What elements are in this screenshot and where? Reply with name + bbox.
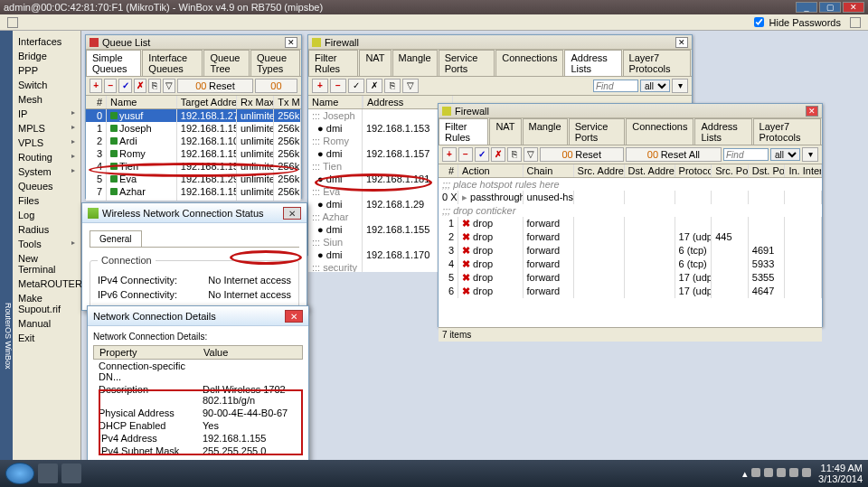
menu-item-make-supout.rif[interactable]: Make Supout.rif	[13, 291, 80, 316]
disable-button[interactable]: ✗	[134, 79, 146, 93]
menu-item-switch[interactable]: Switch	[13, 78, 80, 92]
table-row[interactable]: 0 X▸passthroughunused-hs...	[439, 191, 822, 204]
add-button[interactable]: +	[90, 79, 102, 93]
comment-button[interactable]: ⎘	[384, 79, 401, 93]
table-row[interactable]: 1Joseph192.168.1.153unlimited256k	[86, 122, 301, 135]
comment-button[interactable]: ⎘	[507, 147, 522, 162]
col-num[interactable]: #	[439, 164, 458, 177]
reset-counters-button[interactable]: 00 Reset Counters	[177, 79, 253, 93]
col-chain[interactable]: Chain	[524, 164, 574, 177]
remove-button[interactable]: −	[104, 79, 117, 93]
find-scope[interactable]: all	[640, 80, 670, 92]
find-input[interactable]	[723, 148, 769, 161]
col-property[interactable]: Property	[94, 346, 198, 359]
menu-item-system[interactable]: System▸	[13, 164, 80, 179]
col-src-port[interactable]: Src. Port	[712, 164, 749, 177]
menu-item-interfaces[interactable]: Interfaces	[13, 34, 80, 49]
enable-button[interactable]: ✓	[475, 147, 489, 162]
app-menu-icon[interactable]	[850, 17, 861, 28]
comment-button[interactable]: ⎘	[148, 79, 161, 93]
dialog-close-button[interactable]: ✕	[285, 310, 303, 323]
menu-item-vpls[interactable]: VPLS▸	[13, 136, 80, 150]
menu-item-ip[interactable]: IP▸	[13, 107, 80, 121]
reset-all-button[interactable]: 00 Reset All Counters	[626, 147, 722, 162]
task-item[interactable]	[61, 464, 81, 483]
menu-item-files[interactable]: Files	[13, 193, 80, 208]
tray-icon[interactable]	[789, 468, 798, 477]
disable-button[interactable]: ✗	[366, 79, 382, 93]
tab[interactable]: NAT	[359, 50, 391, 76]
tray-icon[interactable]	[777, 468, 786, 477]
menu-item-routing[interactable]: Routing▸	[13, 150, 80, 164]
table-row[interactable]: 7Azhar192.168.1.155unlimited256k	[86, 185, 301, 198]
table-row[interactable]: 6✖dropforward17 (udp)4647	[439, 285, 822, 298]
disable-button[interactable]: ✗	[491, 147, 505, 162]
col-src-addr[interactable]: Src. Address	[574, 164, 625, 177]
filter-button[interactable]: ▽	[163, 79, 175, 93]
tab[interactable]: Queue Tree	[203, 50, 250, 76]
tray-icon[interactable]	[751, 468, 760, 477]
col-num[interactable]: #	[86, 96, 107, 108]
table-row[interactable]: 5Eva192.168.1.29unlimited256k	[86, 173, 301, 185]
menu-item-bridge[interactable]: Bridge	[13, 49, 80, 63]
panel-close-button[interactable]: ✕	[806, 106, 818, 117]
tab[interactable]: Mangle	[523, 118, 568, 145]
table-row[interactable]: 0yusuf192.168.1.27unlimited256k	[86, 109, 301, 122]
tab[interactable]: Address Lists	[564, 50, 621, 76]
col-dst-port[interactable]: Dst. Port	[749, 164, 786, 177]
panel-close-button[interactable]: ✕	[675, 37, 688, 48]
enable-button[interactable]: ✓	[348, 79, 364, 93]
menu-item-exit[interactable]: Exit	[13, 331, 80, 345]
col-action[interactable]: Action	[458, 164, 523, 177]
filter-button[interactable]: ▽	[524, 147, 538, 162]
menu-item-ppp[interactable]: PPP	[13, 63, 80, 78]
find-scope[interactable]: all	[770, 148, 800, 161]
maximize-button[interactable]: ▢	[819, 2, 841, 13]
tab-general[interactable]: General	[90, 230, 142, 247]
tab[interactable]: Connections	[626, 118, 693, 145]
table-row[interactable]: 5✖dropforward17 (udp)5355	[439, 271, 822, 285]
enable-button[interactable]: ✓	[118, 79, 131, 93]
col-name[interactable]: Name	[107, 96, 177, 108]
tray-icon[interactable]	[764, 468, 773, 477]
table-row[interactable]: 3Romy192.168.1.157unlimited256k	[86, 147, 301, 160]
table-row[interactable]: 4Tien192.168.1.153unlimited256k	[86, 160, 301, 173]
tab[interactable]: Connections	[495, 50, 563, 76]
tab[interactable]: Filter Rules	[439, 118, 488, 145]
add-button[interactable]: +	[442, 147, 457, 162]
tab[interactable]: Layer7 Protocols	[623, 50, 691, 76]
minimize-button[interactable]: _	[796, 2, 817, 13]
menu-item-new-terminal[interactable]: New Terminal	[13, 251, 80, 276]
tab[interactable]: Layer7 Protocols	[753, 118, 821, 145]
hide-passwords-checkbox[interactable]	[754, 17, 764, 27]
tab[interactable]: NAT	[489, 118, 521, 145]
menu-item-manual[interactable]: Manual	[13, 316, 80, 331]
tab[interactable]: Mangle	[392, 50, 438, 76]
menu-item-log[interactable]: Log	[13, 208, 80, 222]
col-dst-addr[interactable]: Dst. Address	[625, 164, 675, 177]
col-name[interactable]: Name	[308, 96, 363, 108]
tab[interactable]: Service Ports	[439, 50, 495, 76]
queue-grid[interactable]: # Name Target Address Rx Max Limit Tx Ma…	[86, 96, 301, 201]
tray-up-icon[interactable]: ▴	[742, 468, 748, 480]
add-button[interactable]: +	[312, 79, 328, 93]
col-in-interface[interactable]: In. Inter...	[785, 164, 822, 177]
remove-button[interactable]: −	[458, 147, 473, 162]
find-go-button[interactable]: ▾	[802, 147, 818, 162]
reset-counters-button[interactable]: 00 Reset Counters	[540, 147, 624, 162]
col-target[interactable]: Target Address	[177, 96, 237, 108]
tab[interactable]: Filter Rules	[308, 50, 358, 76]
menu-item-tools[interactable]: Tools▸	[13, 237, 80, 251]
start-button[interactable]	[5, 463, 34, 484]
filter-button[interactable]: ▽	[402, 79, 419, 93]
table-row[interactable]: 1✖dropforward	[439, 217, 822, 230]
tab[interactable]: Simple Queues	[86, 50, 141, 76]
dialog-close-button[interactable]: ✕	[283, 207, 301, 220]
clock-time[interactable]: 11:49 AM	[818, 463, 863, 473]
clock-date[interactable]: 3/13/2014	[818, 473, 863, 484]
tab[interactable]: Service Ports	[569, 118, 626, 145]
safe-mode-icon[interactable]	[7, 17, 18, 28]
table-row[interactable]: 2✖dropforward17 (udp)445	[439, 230, 822, 244]
tab[interactable]: Interface Queues	[142, 50, 203, 76]
task-item[interactable]	[38, 464, 58, 483]
